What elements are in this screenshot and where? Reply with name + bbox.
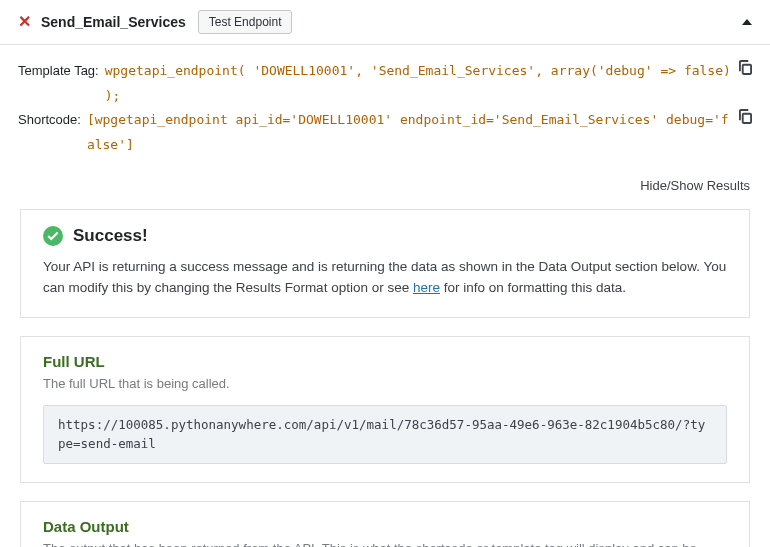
collapse-caret-icon[interactable] (742, 19, 752, 25)
full-url-card: Full URL The full URL that is being call… (20, 336, 750, 483)
success-card: Success! Your API is returning a success… (20, 209, 750, 318)
toggle-results-link[interactable]: Hide/Show Results (640, 178, 750, 193)
copy-icon[interactable] (739, 60, 752, 75)
endpoint-title: Send_Email_Services (41, 14, 186, 30)
meta-block: Template Tag: wpgetapi_endpoint( 'DOWELL… (0, 45, 770, 168)
data-output-sub: The output that has been returned from t… (43, 539, 727, 547)
success-line: Success! (43, 226, 727, 246)
endpoint-header: ✕ Send_Email_Services Test Endpoint (0, 0, 770, 45)
toggle-results-row: Hide/Show Results (0, 168, 770, 199)
test-endpoint-button[interactable]: Test Endpoint (198, 10, 293, 34)
success-title: Success! (73, 226, 148, 246)
close-icon[interactable]: ✕ (18, 14, 31, 30)
shortcode-label: Shortcode: (18, 108, 81, 133)
shortcode-code: [wpgetapi_endpoint api_id='DOWELL10001' … (87, 108, 733, 157)
success-description: Your API is returning a success message … (43, 256, 727, 299)
success-desc-after: for info on formatting this data. (440, 280, 626, 295)
full-url-sub: The full URL that is being called. (43, 374, 727, 394)
data-output-card: Data Output The output that has been ret… (20, 501, 750, 547)
success-here-link[interactable]: here (413, 280, 440, 295)
full-url-value: https://100085.pythonanywhere.com/api/v1… (43, 405, 727, 463)
template-tag-row: Template Tag: wpgetapi_endpoint( 'DOWELL… (18, 59, 752, 108)
template-tag-code: wpgetapi_endpoint( 'DOWELL10001', 'Send_… (105, 59, 733, 108)
template-tag-label: Template Tag: (18, 59, 99, 84)
copy-icon[interactable] (739, 109, 752, 124)
shortcode-row: Shortcode: [wpgetapi_endpoint api_id='DO… (18, 108, 752, 157)
data-output-heading: Data Output (43, 518, 727, 535)
full-url-heading: Full URL (43, 353, 727, 370)
success-check-icon (43, 226, 63, 246)
